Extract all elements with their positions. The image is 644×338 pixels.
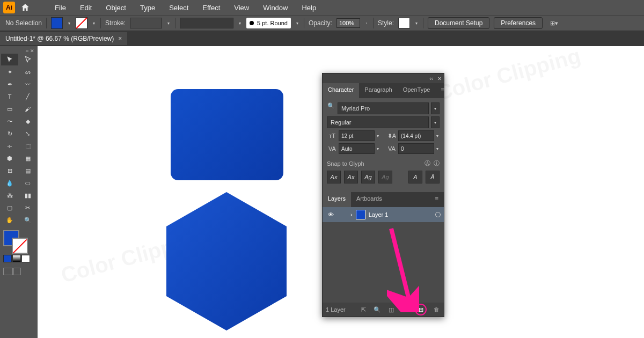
chevron-down-icon[interactable]: ▾ bbox=[431, 102, 440, 114]
style-swatch[interactable] bbox=[398, 18, 410, 28]
lasso-tool[interactable]: ᔕ bbox=[19, 66, 36, 78]
tracking-field[interactable]: 0 bbox=[398, 143, 434, 154]
menu-object[interactable]: Object bbox=[99, 2, 133, 14]
none-mode[interactable] bbox=[21, 255, 30, 262]
stroke-swatch[interactable] bbox=[76, 17, 87, 29]
visibility-icon[interactable]: 👁 bbox=[326, 211, 335, 218]
column-graph-tool[interactable]: ▮▮ bbox=[19, 189, 36, 201]
selection-tool[interactable] bbox=[1, 54, 18, 65]
blend-tool[interactable]: ⬭ bbox=[19, 177, 36, 189]
delete-layer-icon[interactable]: 🗑 bbox=[432, 305, 441, 314]
close-tab-icon[interactable]: × bbox=[118, 35, 122, 42]
panel-menu-icon[interactable]: ≡ bbox=[435, 83, 449, 98]
glyph-btn-4[interactable]: Ag bbox=[378, 171, 392, 183]
chevron-down-icon[interactable]: ▾ bbox=[92, 21, 96, 26]
chevron-down-icon[interactable]: ▾ bbox=[376, 134, 380, 138]
search-layer-icon[interactable]: 🔍 bbox=[373, 305, 382, 314]
rectangle-tool[interactable]: ▭ bbox=[1, 103, 18, 115]
close-icon[interactable]: ✕ bbox=[437, 76, 442, 82]
color-mode[interactable] bbox=[3, 255, 12, 262]
menu-type[interactable]: Type bbox=[134, 2, 162, 14]
panel-menu-icon[interactable]: ≡ bbox=[430, 192, 444, 207]
screen-mode[interactable] bbox=[1, 268, 36, 275]
hand-tool[interactable]: ✋ bbox=[1, 214, 18, 226]
search-icon[interactable]: 🔍 bbox=[327, 102, 335, 114]
document-tab[interactable]: Untitled-1* @ 66.67 % (RGB/Preview) × bbox=[0, 32, 127, 45]
menu-effect[interactable]: Effect bbox=[196, 2, 226, 14]
stroke-weight-field[interactable] bbox=[130, 18, 162, 28]
rotate-tool[interactable]: ↻ bbox=[1, 128, 18, 139]
glyph-btn-1[interactable]: Ax bbox=[327, 171, 341, 183]
tab-opentype[interactable]: OpenType bbox=[398, 83, 436, 98]
symbol-sprayer-tool[interactable]: ⁂ bbox=[1, 189, 18, 201]
menu-view[interactable]: View bbox=[228, 2, 255, 14]
toolbar-collapse[interactable]: ‹‹ ✕ bbox=[1, 48, 36, 54]
menu-help[interactable]: Help bbox=[295, 2, 323, 14]
curvature-tool[interactable]: 〰 bbox=[19, 78, 36, 90]
rounded-rectangle-shape[interactable] bbox=[171, 89, 283, 180]
direct-selection-tool[interactable] bbox=[19, 54, 36, 65]
leading-field[interactable]: (14.4 pt) bbox=[398, 130, 434, 141]
zoom-tool[interactable]: 🔍 bbox=[19, 214, 36, 226]
free-transform-tool[interactable]: ⬚ bbox=[19, 140, 36, 152]
pen-tool[interactable]: ✒ bbox=[1, 78, 18, 90]
document-setup-button[interactable]: Document Setup bbox=[428, 17, 489, 29]
hexagon-shape[interactable] bbox=[166, 192, 287, 330]
chevron-down-icon[interactable]: ▾ bbox=[435, 146, 440, 151]
width-tool[interactable]: ⟛ bbox=[1, 140, 18, 152]
menu-select[interactable]: Select bbox=[163, 2, 195, 14]
paintbrush-tool[interactable]: 🖌 bbox=[19, 103, 36, 115]
glyph-btn-5[interactable]: A bbox=[408, 171, 422, 183]
tab-character[interactable]: Character bbox=[323, 83, 359, 98]
collapse-icon[interactable]: ‹‹ bbox=[429, 76, 433, 82]
layer-row[interactable]: 👁 › Layer 1 bbox=[323, 207, 444, 222]
layer-name[interactable]: Layer 1 bbox=[369, 211, 389, 218]
shape-builder-tool[interactable]: ⬢ bbox=[1, 152, 18, 164]
glyph-btn-2[interactable]: Ax bbox=[344, 171, 358, 183]
chevron-down-icon[interactable]: ▾ bbox=[238, 21, 242, 26]
info-icon[interactable]: ⓘ bbox=[434, 160, 440, 166]
type-tool[interactable]: T bbox=[1, 91, 18, 102]
tab-artboards[interactable]: Artboards bbox=[351, 192, 387, 207]
variable-width-field[interactable] bbox=[180, 18, 233, 28]
font-size-field[interactable]: 12 pt bbox=[339, 130, 375, 141]
panel-titlebar[interactable]: ‹‹ ✕ bbox=[323, 74, 444, 83]
fill-swatch[interactable] bbox=[51, 17, 63, 29]
eyedropper-tool[interactable]: 💧 bbox=[1, 177, 18, 189]
home-icon[interactable] bbox=[19, 2, 31, 13]
chevron-down-icon[interactable]: ▾ bbox=[431, 116, 440, 128]
shaper-tool[interactable]: 〜 bbox=[1, 115, 18, 127]
chevron-down-icon[interactable]: ▾ bbox=[435, 134, 440, 138]
font-style-field[interactable]: Regular bbox=[327, 116, 429, 128]
gradient-tool[interactable]: ▤ bbox=[19, 165, 36, 177]
font-family-field[interactable]: Myriad Pro bbox=[338, 102, 429, 114]
kerning-field[interactable]: Auto bbox=[339, 143, 375, 154]
artboard-tool[interactable]: ▢ bbox=[1, 202, 18, 214]
eraser-tool[interactable]: ◆ bbox=[19, 115, 36, 127]
menu-window[interactable]: Window bbox=[257, 2, 294, 14]
canvas[interactable]: Color Clipping Color Clipping ‹‹ ✕ Chara… bbox=[38, 46, 644, 338]
glyph-icon[interactable]: Ⓐ bbox=[425, 160, 430, 166]
chevron-down-icon[interactable]: ▾ bbox=[166, 21, 171, 26]
scale-tool[interactable]: ⤡ bbox=[19, 128, 36, 139]
opacity-field[interactable]: 100% bbox=[336, 18, 360, 28]
menu-file[interactable]: File bbox=[48, 2, 72, 14]
align-icon[interactable]: ⊞▾ bbox=[550, 20, 558, 27]
perspective-grid-tool[interactable]: ▦ bbox=[19, 152, 36, 164]
mesh-tool[interactable]: ⊞ bbox=[1, 165, 18, 177]
magic-wand-tool[interactable]: ✦ bbox=[1, 66, 18, 78]
target-icon[interactable] bbox=[435, 212, 441, 217]
fill-stroke-control[interactable] bbox=[1, 229, 36, 254]
chevron-down-icon[interactable]: ▾ bbox=[376, 146, 380, 151]
tab-paragraph[interactable]: Paragraph bbox=[359, 83, 397, 98]
locate-object-icon[interactable]: ⇱ bbox=[359, 305, 368, 314]
glyph-btn-3[interactable]: Ag bbox=[361, 171, 375, 183]
preferences-button[interactable]: Preferences bbox=[494, 17, 543, 29]
gradient-mode[interactable] bbox=[12, 255, 21, 262]
glyph-btn-6[interactable]: Å bbox=[426, 171, 440, 183]
line-tool[interactable]: ╱ bbox=[19, 91, 36, 102]
tab-layers[interactable]: Layers bbox=[323, 192, 351, 207]
menu-edit[interactable]: Edit bbox=[74, 2, 98, 14]
expand-icon[interactable]: › bbox=[350, 211, 353, 218]
chevron-right-icon[interactable]: › bbox=[364, 21, 369, 26]
